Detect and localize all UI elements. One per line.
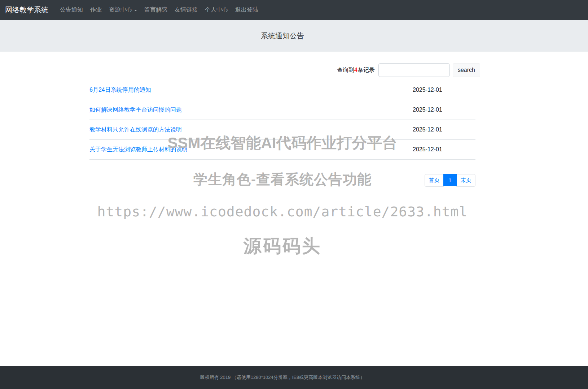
pagination-first[interactable]: 首页 [425, 174, 444, 187]
nav-item-announcements[interactable]: 公告通知 [56, 6, 87, 14]
announcement-link[interactable]: 教学材料只允许在线浏览的方法说明 [89, 126, 182, 133]
nav-item-homework[interactable]: 作业 [87, 6, 105, 14]
nav-item-personal-center[interactable]: 个人中心 [201, 6, 232, 14]
search-input[interactable] [378, 63, 450, 77]
footer: 版权所有 2019 （请使用1280*1024分辨率，IE8或更高版本浏览器访问… [0, 366, 588, 389]
navbar-menu: 公告通知 作业 资源中心 留言解惑 友情链接 个人中心 退出登陆 [56, 6, 262, 14]
announcement-date: 2025-12-01 [413, 140, 475, 160]
watermark-url: https://www.icodedock.com/article/2633.h… [97, 204, 468, 220]
pagination: 首页 1 末页 [89, 174, 475, 187]
search-button[interactable]: search [453, 63, 480, 77]
pagination-last[interactable]: 末页 [456, 174, 475, 187]
page-title: 系统通知公告 [261, 31, 304, 41]
announcement-date: 2025-12-01 [413, 80, 475, 100]
announcement-link[interactable]: 如何解决网络教学平台访问慢的问题 [89, 107, 182, 113]
table-row: 教学材料只允许在线浏览的方法说明 2025-12-01 [89, 120, 475, 140]
pagination-page-1[interactable]: 1 [443, 174, 457, 186]
result-count-suffix: 条记录 [357, 67, 375, 73]
search-bar: 查询到4条记录 search [89, 63, 480, 77]
nav-item-resource-center-label: 资源中心 [109, 6, 132, 14]
table-row: 如何解决网络教学平台访问慢的问题 2025-12-01 [89, 100, 475, 120]
result-count-number: 4 [354, 67, 357, 73]
announcement-date: 2025-12-01 [413, 100, 475, 120]
nav-item-logout[interactable]: 退出登陆 [232, 6, 262, 14]
announcement-table: 6月24日系统停用的通知 2025-12-01 如何解决网络教学平台访问慢的问题… [89, 80, 475, 160]
search-result-count: 查询到4条记录 [337, 66, 375, 74]
navbar-brand[interactable]: 网络教学系统 [5, 5, 48, 15]
watermark-line: 源码码头 [243, 234, 321, 258]
table-row: 关于学生无法浏览教师上传材料的说明 2025-12-01 [89, 140, 475, 160]
footer-text: 版权所有 2019 （请使用1280*1024分辨率，IE8或更高版本浏览器访问… [200, 374, 365, 381]
page-header: 系统通知公告 [0, 20, 588, 52]
nav-item-resource-center[interactable]: 资源中心 [105, 6, 141, 14]
table-row: 6月24日系统停用的通知 2025-12-01 [89, 80, 475, 100]
announcement-link[interactable]: 6月24日系统停用的通知 [89, 87, 151, 93]
result-count-prefix: 查询到 [337, 67, 354, 73]
chevron-down-icon [134, 10, 137, 11]
announcement-date: 2025-12-01 [413, 120, 475, 140]
nav-item-friend-links[interactable]: 友情链接 [171, 6, 201, 14]
main-content: 查询到4条记录 search 6月24日系统停用的通知 2025-12-01 如… [89, 63, 475, 187]
nav-item-message-qa[interactable]: 留言解惑 [141, 6, 171, 14]
top-navbar: 网络教学系统 公告通知 作业 资源中心 留言解惑 友情链接 个人中心 退出登陆 [0, 0, 588, 20]
announcement-link[interactable]: 关于学生无法浏览教师上传材料的说明 [89, 146, 188, 152]
